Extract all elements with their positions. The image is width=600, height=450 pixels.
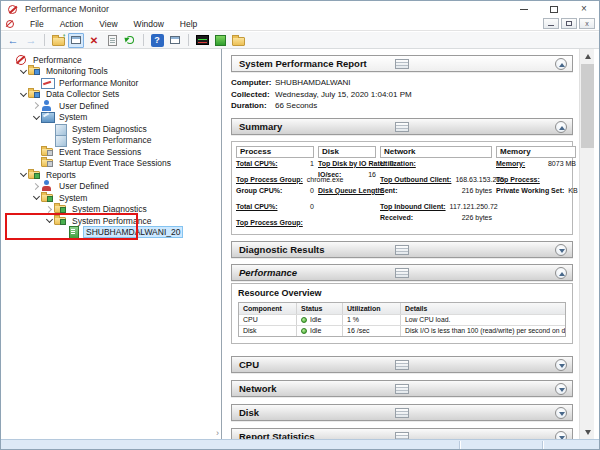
summary-label[interactable]: Top Outbound Client: bbox=[380, 175, 451, 185]
tree-item-label: System bbox=[57, 193, 89, 203]
refresh-icon[interactable] bbox=[122, 33, 138, 48]
performance-chart-icon[interactable] bbox=[194, 33, 210, 48]
tree-item-label: System Diagnostics bbox=[70, 204, 149, 214]
scroll-up-arrow-icon[interactable] bbox=[580, 49, 595, 63]
open-folder-icon[interactable] bbox=[230, 33, 246, 48]
section-performance[interactable]: Performance bbox=[231, 264, 573, 281]
tree-expander-icon[interactable] bbox=[32, 113, 41, 122]
tree-item-startup-event-trace-sessions[interactable]: Startup Event Trace Sessions bbox=[1, 158, 221, 170]
status-cell: Idle bbox=[297, 315, 343, 325]
summary-value: KB bbox=[564, 186, 577, 196]
close-button[interactable]: × bbox=[569, 1, 599, 17]
section-summary-header[interactable]: Summary bbox=[231, 118, 573, 135]
tree-item-performance[interactable]: Performance bbox=[1, 54, 221, 66]
summary-value: 1 bbox=[306, 159, 314, 169]
tree-item-user-defined[interactable]: User Defined bbox=[1, 100, 221, 112]
tree-item-data-collector-sets[interactable]: Data Collector Sets bbox=[1, 89, 221, 101]
child-close-button[interactable]: x bbox=[579, 18, 595, 29]
tree-item-performance-monitor[interactable]: Performance Monitor bbox=[1, 77, 221, 89]
grid-icon bbox=[395, 268, 409, 278]
properties-icon[interactable] bbox=[104, 33, 120, 48]
section-title: Performance bbox=[232, 267, 297, 278]
tree-expander-icon[interactable] bbox=[32, 193, 41, 202]
summary-label[interactable]: Top Process: bbox=[496, 175, 540, 185]
summary-label[interactable]: Total CPU%: bbox=[236, 159, 277, 169]
summary-value: 216 bytes bbox=[458, 186, 492, 196]
summary-label[interactable]: Total CPU%: bbox=[236, 202, 277, 212]
summary-label[interactable]: Utilization: bbox=[380, 159, 416, 169]
tree-item-system-performance[interactable]: System Performance bbox=[1, 135, 221, 147]
tree-item-shubhamdalwani-20[interactable]: SHUBHAMDALWANI_20 bbox=[1, 227, 221, 239]
menu-file[interactable]: File bbox=[23, 18, 51, 30]
menu-view[interactable]: View bbox=[92, 18, 124, 30]
menu-action[interactable]: Action bbox=[53, 18, 91, 30]
info-value: SHUBHAMDALWANI bbox=[275, 78, 351, 87]
console-icon bbox=[5, 19, 15, 29]
folder-data-icon bbox=[28, 88, 41, 100]
maximize-button[interactable] bbox=[539, 1, 569, 17]
section-disk[interactable]: Disk bbox=[231, 404, 573, 421]
summary-row: Memory:8073 MB bbox=[496, 159, 576, 169]
collapse-icon[interactable] bbox=[555, 58, 567, 70]
summary-label[interactable]: Top Disk by IO Rate: bbox=[318, 159, 386, 169]
section-network[interactable]: Network bbox=[231, 380, 573, 397]
expand-icon[interactable] bbox=[555, 407, 567, 419]
tree-expander-icon[interactable] bbox=[19, 90, 28, 99]
tree-item-system[interactable]: System bbox=[1, 112, 221, 124]
resource-overview-header-row: ComponentStatusUtilizationDetails bbox=[239, 303, 565, 314]
column-header[interactable]: Status bbox=[297, 303, 343, 314]
column-header[interactable]: Details bbox=[401, 303, 565, 314]
tree-item-reports[interactable]: Reports bbox=[1, 169, 221, 181]
tree-item-system[interactable]: System bbox=[1, 192, 221, 204]
summary-label[interactable]: Top Process Group: bbox=[236, 175, 303, 185]
back-arrow-icon[interactable]: ← bbox=[5, 33, 21, 48]
tree-expander-icon[interactable] bbox=[32, 101, 41, 110]
tree-item-system-performance[interactable]: System Performance bbox=[1, 215, 221, 227]
tree-expander-icon[interactable] bbox=[32, 182, 41, 191]
show-window-icon[interactable] bbox=[167, 33, 183, 48]
menu-window[interactable]: Window bbox=[127, 18, 171, 30]
column-header[interactable]: Component bbox=[239, 303, 297, 314]
tree-item-event-trace-sessions[interactable]: Event Trace Sessions bbox=[1, 146, 221, 158]
collapse-icon[interactable] bbox=[555, 267, 567, 279]
scroll-down-arrow-icon[interactable] bbox=[580, 425, 595, 439]
summary-label: Received: bbox=[380, 213, 413, 223]
menu-help[interactable]: Help bbox=[173, 18, 204, 30]
scrollbar-thumb[interactable] bbox=[581, 64, 594, 148]
expand-icon[interactable] bbox=[555, 359, 567, 371]
tree-item-user-defined[interactable]: User Defined bbox=[1, 181, 221, 193]
minimize-button[interactable] bbox=[509, 1, 539, 17]
tree-expander-icon[interactable] bbox=[45, 216, 54, 225]
expand-icon[interactable] bbox=[555, 244, 567, 256]
child-restore-button[interactable] bbox=[561, 18, 577, 29]
tree-hscroll-right-arrow[interactable]: › bbox=[216, 429, 219, 438]
forward-arrow-icon[interactable]: → bbox=[23, 33, 39, 48]
tree-expander-icon[interactable] bbox=[45, 205, 54, 214]
up-folder-icon[interactable]: ↑ bbox=[50, 33, 66, 48]
tree-item-system-diagnostics[interactable]: System Diagnostics bbox=[1, 204, 221, 216]
child-minimize-button[interactable] bbox=[543, 18, 559, 29]
summary-label[interactable]: Memory: bbox=[496, 159, 525, 169]
vertical-scrollbar[interactable] bbox=[579, 49, 594, 439]
section-report-header[interactable]: System Performance Report bbox=[231, 55, 573, 72]
delete-icon[interactable]: ✕ bbox=[86, 33, 102, 48]
tree-item-monitoring-tools[interactable]: Monitoring Tools bbox=[1, 66, 221, 78]
summary-label[interactable]: Disk Queue Length: bbox=[318, 186, 384, 196]
summary-value bbox=[310, 218, 314, 228]
column-header[interactable]: Utilization bbox=[343, 303, 401, 314]
tree-expander-icon[interactable] bbox=[19, 67, 28, 76]
expand-icon[interactable] bbox=[555, 383, 567, 395]
help-icon[interactable]: ? bbox=[149, 33, 165, 48]
tree-item-system-diagnostics[interactable]: System Diagnostics bbox=[1, 123, 221, 135]
tree-expander-spacer bbox=[32, 159, 41, 168]
summary-column-process: ProcessTotal CPU%:1Top Process Group:chr… bbox=[236, 146, 314, 229]
summary-row: Top Process Group:chrome.exe bbox=[236, 175, 314, 185]
section-cpu[interactable]: CPU bbox=[231, 356, 573, 373]
start-collector-icon[interactable] bbox=[212, 33, 228, 48]
show-hide-tree-icon[interactable] bbox=[68, 33, 84, 48]
summary-label[interactable]: Top Inbound Client: bbox=[380, 202, 446, 212]
collapse-icon[interactable] bbox=[555, 121, 567, 133]
summary-label[interactable]: Top Process Group: bbox=[236, 218, 303, 228]
section-diagnostic-results[interactable]: Diagnostic Results bbox=[231, 241, 573, 258]
tree-expander-icon[interactable] bbox=[19, 170, 28, 179]
